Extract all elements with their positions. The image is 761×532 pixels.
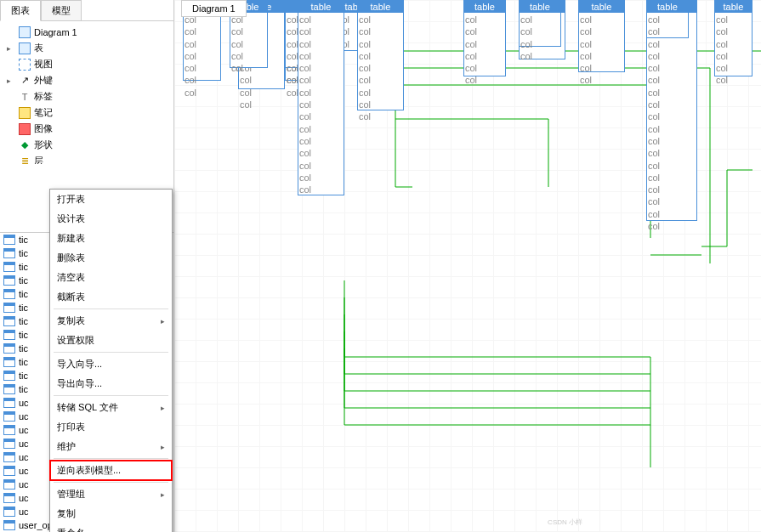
tree-images[interactable]: 图像: [3, 121, 170, 137]
entity-box[interactable]: tablecolcolcolcolcolcolcolcolcolcolcolco…: [298, 0, 344, 195]
entity-box[interactable]: tablecolcolcolcolcolcol: [578, 0, 625, 72]
table-icon: [3, 520, 15, 530]
canvas-tab[interactable]: Diagram 1: [181, 0, 247, 17]
table-name: tic: [19, 371, 28, 381]
table-name: tic: [19, 262, 28, 272]
table-name: uc: [19, 479, 29, 490]
tree-tables[interactable]: ▸ 表: [3, 40, 170, 56]
entity-box[interactable]: tablecolcolcolcolcolcol: [463, 0, 506, 76]
tree-labels[interactable]: T 标签: [3, 88, 170, 105]
tab-model[interactable]: 模型: [41, 0, 82, 20]
table-icon: [3, 248, 15, 258]
menu-import-wizard[interactable]: 导入向导...: [50, 354, 172, 374]
table-icon: [3, 316, 15, 326]
note-icon: [19, 107, 31, 119]
table-icon: [3, 357, 15, 367]
watermark: CSDN 小样: [548, 518, 582, 527]
table-name: uc: [19, 439, 29, 449]
table-icon: [3, 303, 15, 313]
menu-delete-table[interactable]: 删除表: [50, 248, 172, 268]
table-icon: [3, 398, 15, 408]
tree-label: 视图: [34, 58, 53, 71]
table-icon: [3, 479, 15, 490]
table-name: tic: [19, 384, 28, 394]
view-icon: [19, 59, 31, 71]
table-name: tic: [19, 357, 28, 367]
label-icon: T: [19, 91, 31, 103]
menu-set-permissions[interactable]: 设置权限: [50, 331, 172, 350]
menu-maintenance[interactable]: 维护▸: [50, 437, 172, 456]
menu-reverse-to-model[interactable]: 逆向表到模型...: [50, 461, 172, 480]
table-icon: [3, 425, 15, 435]
tree-label: 图像: [34, 122, 53, 135]
table-icon: [3, 507, 15, 517]
tree-diagram1[interactable]: Diagram 1: [3, 25, 170, 40]
object-tree: Diagram 1 ▸ 表 视图 ▸↗ 外键 T 标签 笔记: [0, 21, 173, 164]
entity-box[interactable]: tablecolcolcol: [519, 0, 561, 47]
menu-separator: [54, 395, 168, 396]
submenu-arrow-icon: ▸: [161, 404, 165, 412]
table-icon: [3, 411, 15, 422]
menu-design-table[interactable]: 设计表: [50, 209, 172, 229]
tree-label: 表: [34, 42, 43, 54]
tree-notes[interactable]: 笔记: [3, 105, 170, 121]
table-name: uc: [19, 493, 29, 503]
tree-fk[interactable]: ▸↗ 外键: [3, 72, 170, 88]
tree-label: 形状: [34, 139, 53, 151]
entity-box[interactable]: tablecolcolcolcolcolcolcolcolcol: [357, 0, 404, 110]
menu-copy-table[interactable]: 复制表▸: [50, 311, 172, 331]
menu-copy[interactable]: 复制: [50, 504, 172, 524]
table-name: tic: [19, 235, 28, 245]
tree-label: 外键: [34, 74, 53, 87]
table-name: tic: [19, 248, 28, 258]
menu-separator: [54, 458, 168, 459]
menu-dump-sql[interactable]: 转储 SQL 文件▸: [50, 398, 172, 417]
menu-separator: [54, 308, 168, 309]
table-icon: [19, 42, 31, 54]
entity-box[interactable]: tablecolcolcolcolcolcol: [714, 0, 752, 76]
table-name: uc: [19, 411, 29, 422]
menu-export-wizard[interactable]: 导出向导...: [50, 374, 172, 393]
table-name: uc: [19, 398, 29, 408]
tree-label: 笔记: [34, 106, 53, 119]
entity-box[interactable]: tablecolcol: [646, 0, 689, 38]
table-icon: [3, 262, 15, 272]
submenu-arrow-icon: ▸: [161, 490, 165, 499]
menu-print-table[interactable]: 打印表: [50, 417, 172, 437]
tree-label: 层: [34, 155, 43, 164]
shape-icon: ◆: [19, 139, 31, 151]
table-icon: [3, 275, 15, 286]
table-name: uc: [19, 507, 29, 517]
menu-separator: [54, 482, 168, 483]
table-icon: [3, 466, 15, 476]
menu-rename[interactable]: 重命名: [50, 524, 172, 532]
menu-new-table[interactable]: 新建表: [50, 229, 172, 248]
layer-icon: ≣: [19, 156, 31, 165]
tree-label: 标签: [34, 90, 53, 103]
image-icon: [19, 123, 31, 135]
tree-layers[interactable]: ≣ 层: [3, 153, 170, 164]
table-name: uc: [19, 452, 29, 462]
menu-manage-group[interactable]: 管理组▸: [50, 484, 172, 504]
table-name: tic: [19, 343, 28, 354]
table-name: tic: [19, 330, 28, 340]
table-name: tic: [19, 303, 28, 313]
table-icon: [3, 384, 15, 394]
table-icon: [3, 371, 15, 381]
menu-truncate-table[interactable]: 截断表: [50, 287, 172, 307]
table-icon: [3, 330, 15, 340]
menu-empty-table[interactable]: 清空表: [50, 268, 172, 287]
tree-views[interactable]: 视图: [3, 56, 170, 72]
submenu-arrow-icon: ▸: [161, 317, 165, 325]
diagram-canvas[interactable]: Diagram 1 tablecolcolcolcolcol tablecolc…: [174, 0, 761, 532]
diagram-icon: [19, 26, 31, 38]
tree-shapes[interactable]: ◆ 形状: [3, 137, 170, 153]
tab-diagram[interactable]: 图表: [0, 0, 41, 21]
menu-open-table[interactable]: 打开表: [50, 190, 172, 209]
table-icon: [3, 439, 15, 449]
table-name: tic: [19, 289, 28, 299]
sidebar-tabs: 图表 模型: [0, 0, 173, 21]
table-icon: [3, 235, 15, 245]
table-icon: [3, 493, 15, 503]
menu-separator: [54, 352, 168, 353]
